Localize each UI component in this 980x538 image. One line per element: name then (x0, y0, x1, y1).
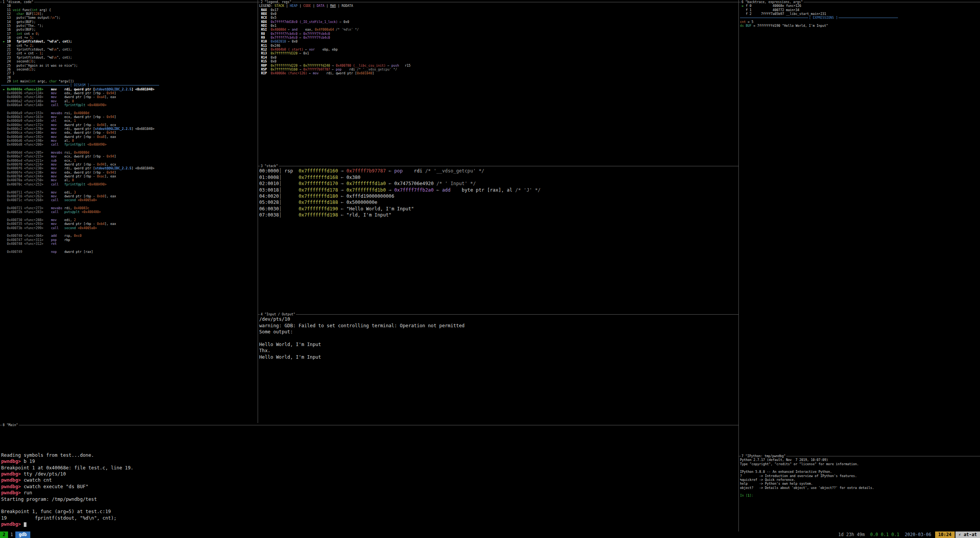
terminal-line: Some output: (259, 329, 738, 335)
pane-disasm-code[interactable]: 1 "disasm, code" 10 11 void func(int arg… (0, 0, 258, 423)
terminal-line: help -> Python's own help system. (740, 482, 980, 486)
terminal-line: Hello World, I'm Input (259, 341, 738, 348)
terminal-line: Hello World, I'm Input (259, 354, 738, 360)
terminal-line (1, 502, 738, 508)
terminal-line: 19 fprintf(stdout, "%d\n", cnt); (1, 515, 738, 521)
terminal-line: /dev/pts/10 (259, 316, 738, 322)
gdb-console-content[interactable]: Reading symbols from test...done.pwndbg>… (0, 427, 738, 527)
terminal-line: 18 cnt += 5; (1, 36, 258, 39)
terminal-line: 07:0038│ 0x7fffffffd198 ← "rld, I'm Inpu… (259, 212, 738, 218)
pane-border-line (786, 456, 980, 456)
terminal-line: LEGEND: STACK | HEAP | CODE | DATA | RWX… (259, 4, 738, 8)
program-io-content: /dev/pts/10warning: GDB: Failed to set c… (258, 316, 738, 360)
terminal-line: 14 gets(BUF); (1, 20, 258, 24)
terminal-line: 0x400721 <func+273> movabs rdi, 0x40083c (1, 206, 258, 210)
pane-title-label: 3 "stack" (260, 164, 279, 168)
pane-title-backtrace: 6 "backtrace, expressions, args" (739, 0, 980, 4)
stack-content: 00:0000│ rsp 0x7fffffffd160 → 0x7ffff7b9… (258, 168, 738, 218)
terminal-line (1, 230, 258, 234)
terminal-line: 24 second(3); (1, 59, 258, 63)
terminal-line: 0x4006f0 <func+224> mov dword ptr [rbp -… (1, 162, 258, 166)
terminal-line: 15 puts("Thx. "); (1, 24, 258, 28)
registers-content: LEGEND: STACK | HEAP | CODE | DATA | RWX… (258, 4, 738, 75)
terminal-line: RAX 0x17 (259, 8, 738, 12)
terminal-line: R12 0x4004b0 (_start) ← xor ebp, ebp (259, 48, 738, 51)
terminal-line (259, 335, 738, 341)
terminal-line: ► 0x40068e <func+126> mov rdi, qword ptr… (1, 87, 258, 91)
terminal-line: 20 cnt *= 2; (1, 44, 258, 48)
terminal-line (1, 427, 738, 433)
terminal-line (1, 147, 258, 151)
power-icon: ⚡ (959, 532, 961, 537)
terminal-line: 0x4006fe <func+238> mov edx, dword ptr [… (1, 171, 258, 174)
pane-main-gdb[interactable]: 8 "Main" Reading symbols from test...don… (0, 423, 738, 531)
terminal-line: 0x4006a2 <func+146> mov al, 0 (1, 99, 258, 103)
pane-border-line (34, 2, 258, 2)
terminal-line: 10 (1, 4, 258, 8)
terminal-line: 0x4006c2 <func+178> mov rdi, qword ptr [… (1, 127, 258, 131)
window-name-badge[interactable]: gdb (15, 531, 30, 538)
terminal-line: 0x4006f6 <func+230> mov rdi, qword ptr [… (1, 166, 258, 170)
window-index[interactable]: 1 (8, 531, 15, 538)
terminal-line: RDX 0x7ffff7dd18c0 (_IO_stdfile_1_lock) … (259, 20, 738, 24)
terminal-line: Starting program: /tmp/pwndbg/test (1, 496, 738, 502)
terminal-line: R13 0x7fffffffd320 ← 0x1 (259, 51, 738, 55)
terminal-line: Breakpoint 1 at 0x40068e: file test.c, l… (1, 465, 738, 471)
uptime-text: 1d 23h 49m (838, 531, 865, 538)
terminal-line: 0x4006ca <func+186> mov edx, dword ptr [… (1, 131, 258, 134)
terminal-line: Type "copyright", "credits" or "license"… (740, 462, 980, 466)
terminal-line: 23 fprintf(stdout, "%d\n", cnt); (1, 56, 258, 59)
pane-title-disasm-code: 1 "disasm, code" (0, 0, 258, 4)
pane-legend-regs[interactable]: 2 "legend, regs" LEGEND: STACK | HEAP | … (258, 0, 738, 164)
pane-backtrace-expressions[interactable]: 6 "backtrace, expressions, args" ► f 0 4… (739, 0, 980, 454)
terminal-line: 0x4006bc <func+172> mov dword ptr [rbp -… (1, 123, 258, 127)
context-section-banner: [ DISASM ] (1, 83, 159, 87)
pane-title-stack: 3 "stack" (258, 164, 738, 168)
ipython-console-content[interactable]: Python 2.7.17 (default, Nov 7 2019, 10:0… (739, 458, 980, 497)
terminal-line: 04:0020│ 0x7fffffffd180 ← 0xfffd19000000… (259, 193, 738, 199)
terminal-line: 12 char BUF[128]; (1, 12, 258, 16)
terminal-line: In [1]: (740, 494, 980, 497)
terminal-line: Thx. (259, 348, 738, 354)
pane-title-label: 6 "backtrace, expressions, args" (741, 0, 804, 4)
terminal-line: pwndbg> cwatch execute "ds BUF" (1, 484, 738, 490)
terminal-line: 0x4006d6 <func+198> mov al, 0 (1, 139, 258, 143)
terminal-line: f 2 7ffff7a05b97 __libc_start_main+231 (740, 12, 980, 16)
terminal-line: cnt = 5 (740, 20, 980, 24)
pane-ipython[interactable]: 7 "IPython: tmp/pwndbg" Python 2.7.17 (d… (739, 454, 980, 531)
terminal-line: 0x400696 <func+134> mov edx, dword ptr [… (1, 91, 258, 95)
pane-border-line (804, 2, 980, 2)
terminal-line (1, 433, 738, 440)
terminal-line: 00:0000│ rsp 0x7fffffffd160 → 0x7ffff7b9… (259, 168, 738, 174)
pane-title-input-output: 4 "Input / Output" (258, 312, 738, 316)
terminal-line: 11 void func(int arg) { (1, 8, 258, 12)
terminal-line: 0x400735 <func+293> mov dword ptr [rbp -… (1, 222, 258, 226)
terminal-line: pwndbg> cwatch cnt (1, 477, 738, 483)
terminal-line: object? -> Details about 'object', use '… (740, 486, 980, 490)
pane-title-label: 8 "Main" (2, 423, 19, 427)
terminal-line: 21 fprintf(stdout, "%d\n", cnt); (1, 48, 258, 51)
terminal-line: RDI 0x1 (259, 24, 738, 28)
terminal-line: IPython 5.8.0 -- An enhanced Interactive… (740, 470, 980, 474)
terminal-line: ► 19 fprintf(stdout, "%d\n", cnt); (1, 39, 258, 43)
terminal-line: 03:0018│ 0x7fffffffd178 → 0x7fffffffd1b0… (259, 187, 738, 193)
date-text: 2020-03-06 (905, 531, 931, 538)
terminal-line: R15 0x0 (259, 59, 738, 63)
session-badge[interactable]: 2 (0, 531, 8, 538)
terminal-line (1, 202, 258, 206)
terminal-line: R11 0x246 (259, 44, 738, 48)
context-section-banner: [ EXPRESSIONS ] (740, 16, 898, 20)
pane-title-label: 2 "legend, regs" (260, 0, 292, 4)
pane-title-legend-regs: 2 "legend, regs" (258, 0, 738, 4)
terminal-line: pwndbg> tty /dev/pts/10 (1, 471, 738, 477)
terminal-line: R10 0x602010 ← 0x0 (259, 39, 738, 43)
terminal-line: 0x400749 nop dword ptr [rax] (1, 250, 258, 254)
terminal-line: 05:0028│ 0x7fffffffd188 ← 0x50000000e (259, 199, 738, 205)
pane-input-output[interactable]: 4 "Input / Output" /dev/pts/10warning: G… (258, 312, 738, 423)
terminal-line: 0x4006dd <func+205> movabs rsi, 0x40080d (1, 151, 258, 154)
terminal-line: RBP 0x7fffffffd220 → 0x7fffffffd240 → 0x… (259, 64, 738, 67)
terminal-line: 0x4006d0 <func+192> mov dword ptr [rbp -… (1, 135, 258, 139)
terminal-line: 0x400748 <func+312> ret (1, 242, 258, 246)
terminal-line: R14 0x0 (259, 56, 738, 59)
pane-stack[interactable]: 3 "stack" 00:0000│ rsp 0x7fffffffd160 → … (258, 164, 738, 312)
